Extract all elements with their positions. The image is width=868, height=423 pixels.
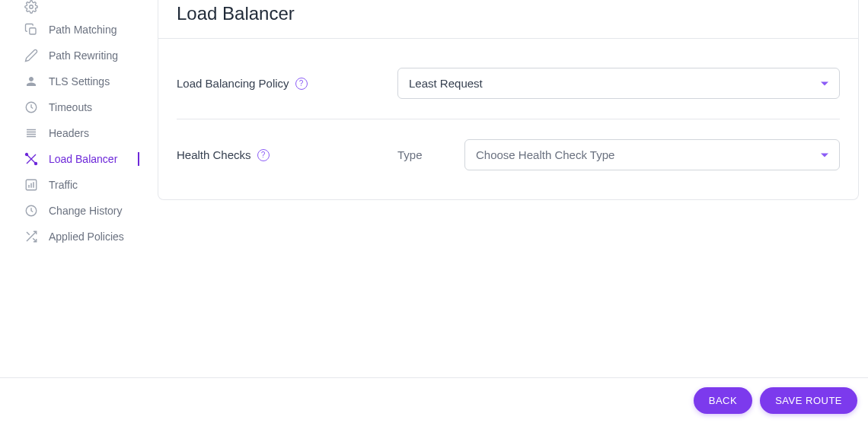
health-checks-label: Health Checks [177, 148, 251, 161]
health-checks-row: Health Checks ? Type Choose Health Check… [177, 119, 840, 181]
sidebar-item-label: Applied Policies [49, 231, 124, 243]
lb-policy-label: Load Balancing Policy [177, 77, 289, 90]
help-icon[interactable]: ? [295, 78, 308, 90]
health-checks-label-wrap: Health Checks ? [177, 148, 397, 161]
svg-rect-1 [30, 28, 36, 34]
lb-policy-row: Load Balancing Policy ? Least Request [177, 57, 840, 110]
sidebar-item-label: Change History [49, 205, 123, 217]
page-title: Load Balancer [177, 3, 840, 24]
sidebar-item-label: TLS Settings [49, 75, 110, 87]
sidebar-item-headers[interactable]: Headers [0, 120, 148, 146]
lines-icon [24, 126, 38, 140]
lb-policy-select[interactable]: Least Request [397, 68, 840, 99]
pencil-icon [24, 49, 38, 62]
card-body: Load Balancing Policy ? Least Request He… [158, 39, 858, 199]
svg-rect-11 [30, 183, 32, 188]
back-button[interactable]: BACK [694, 387, 752, 414]
sidebar-item-label: Path Rewriting [49, 49, 118, 62]
lb-policy-control: Least Request [397, 68, 840, 99]
svg-point-8 [35, 163, 37, 165]
card-header: Load Balancer [158, 0, 858, 39]
health-check-type-label: Type [397, 148, 451, 161]
sidebar-item-applied-policies[interactable]: Applied Policies [0, 224, 148, 250]
sidebar-item-timeouts[interactable]: Timeouts [0, 94, 148, 120]
gear-icon [24, 0, 38, 14]
copy-icon [24, 23, 38, 37]
sidebar-item-tls-settings[interactable]: TLS Settings [0, 68, 148, 94]
help-icon[interactable]: ? [257, 149, 270, 161]
cross-tools-icon [24, 152, 38, 166]
svg-line-16 [27, 232, 30, 235]
sidebar-item-path-rewriting[interactable]: Path Rewriting [0, 43, 148, 68]
sidebar-item-label: Headers [49, 127, 89, 139]
svg-point-7 [26, 154, 28, 156]
clock-icon [24, 100, 38, 114]
lb-policy-label-wrap: Load Balancing Policy ? [177, 77, 397, 90]
chart-icon [24, 178, 38, 192]
clock-icon [24, 204, 38, 218]
svg-point-0 [30, 5, 34, 9]
sidebar-item-label: Timeouts [49, 101, 92, 113]
sidebar: Path Matching Path Rewriting TLS Setting… [0, 0, 148, 423]
sidebar-item-label: Load Balancer [49, 153, 117, 165]
settings-card: Load Balancer Load Balancing Policy ? Le… [158, 0, 859, 200]
user-icon [24, 75, 38, 88]
lb-policy-value: Least Request [409, 77, 483, 90]
save-route-button[interactable]: SAVE ROUTE [760, 387, 857, 414]
health-checks-control: Type Choose Health Check Type [397, 139, 840, 170]
sidebar-item-label: Path Matching [49, 24, 117, 36]
main-content: Load Balancer Load Balancing Policy ? Le… [148, 0, 868, 423]
svg-rect-10 [28, 185, 30, 188]
sidebar-item-change-history[interactable]: Change History [0, 198, 148, 224]
svg-rect-12 [33, 182, 34, 188]
sidebar-item-load-balancer[interactable]: Load Balancer [0, 146, 148, 172]
health-check-type-placeholder: Choose Health Check Type [476, 148, 614, 161]
sidebar-item-traffic[interactable]: Traffic [0, 172, 148, 198]
sidebar-item-general-top[interactable] [0, 0, 148, 17]
shuffle-icon [24, 230, 38, 243]
health-check-type-select[interactable]: Choose Health Check Type [464, 139, 840, 170]
footer-actions: BACK SAVE ROUTE [0, 377, 868, 423]
sidebar-item-label: Traffic [49, 179, 78, 191]
sidebar-item-path-matching[interactable]: Path Matching [0, 17, 148, 43]
